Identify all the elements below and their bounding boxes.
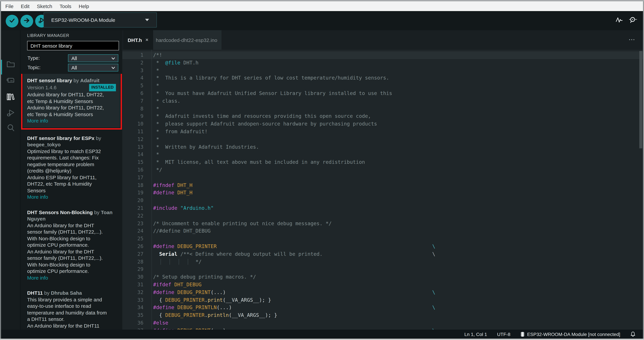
editor-region: hardcoded-dht22-esp32.inoDHT.h✕ ⋯ 1/*!2 …: [122, 30, 643, 329]
entry-name: DHT sensor library for ESPx: [27, 135, 94, 141]
panel-title: LIBRARY MANAGER: [27, 33, 69, 38]
code-line: 5 *: [122, 82, 643, 90]
sidebar-item-debug[interactable]: [6, 109, 16, 119]
library-entry[interactable]: DHT11 by Dhruba SahaThis library provide…: [23, 286, 120, 329]
menu-tools[interactable]: Tools: [56, 3, 75, 9]
entry-name: DHT sensor library: [27, 78, 72, 83]
more-info-link[interactable]: More info: [27, 194, 116, 200]
more-info-link[interactable]: More info: [27, 274, 116, 281]
board-selector[interactable]: ESP32-WROOM-DA Module: [44, 13, 157, 28]
code-line: 35 { DEBUG_PRINTER.println(__VA_ARGS__);…: [122, 311, 643, 319]
entry-name: DHT Sensors Non-Blocking: [27, 209, 93, 215]
line-content: * from Adafruit!: [152, 128, 643, 136]
entry-title: DHT sensor library for ESPx by beegee_to…: [27, 135, 116, 148]
close-icon[interactable]: ✕: [145, 38, 148, 42]
line-number: 23: [122, 220, 152, 227]
code-line: 8 *: [122, 105, 643, 113]
menu-file[interactable]: File: [2, 3, 17, 9]
editor-scrollbar[interactable]: [639, 51, 642, 148]
tab-DHT.h[interactable]: DHT.h✕: [123, 30, 153, 50]
serial-monitor-button[interactable]: [628, 16, 637, 26]
code-line: 33 { DEBUG_PRINTER.print(__VA_ARGS__); }: [122, 296, 643, 304]
line-number: 36: [122, 319, 152, 327]
line-content: */: [152, 166, 643, 174]
entry-author: beegee_tokyo: [27, 142, 61, 147]
entry-name: DHT11: [27, 290, 43, 296]
library-entry[interactable]: DHT Sensors Non-Blocking by Toan NguyenA…: [23, 206, 120, 284]
library-entry[interactable]: DHT sensor library for ESPx by beegee_to…: [23, 131, 120, 204]
code-line: 27 Serial /**< Define where debug output…: [122, 250, 643, 258]
code-line: 20: [122, 197, 643, 204]
line-content: /*!: [152, 51, 643, 59]
line-content: #define DHT_H: [152, 189, 643, 197]
entry-by: by: [94, 135, 101, 141]
sidebar-item-sketchbook[interactable]: [6, 60, 16, 70]
books-icon: [6, 92, 16, 103]
topic-select[interactable]: All: [68, 64, 118, 72]
line-number: 9: [122, 113, 152, 120]
arduino-ide-window: FileEditSketchToolsHelp ESP32-WROOM-DA M…: [0, 0, 644, 340]
board-icon: [6, 76, 16, 86]
line-content: [152, 197, 643, 204]
line-number: 34: [122, 304, 152, 312]
library-search-input[interactable]: [27, 41, 119, 50]
active-tab-indicator: [1, 60, 2, 75]
code-line: 1/*!: [122, 51, 643, 59]
verify-button[interactable]: [6, 15, 18, 28]
code-line: 14 *: [122, 151, 643, 158]
upload-button[interactable]: [20, 15, 33, 28]
cursor-position[interactable]: Ln 1, Col 1: [464, 331, 487, 337]
line-content: #define DEBUG_PRINTLN(...)\: [152, 304, 643, 312]
line-content: *: [152, 67, 643, 74]
entry-title: DHT Sensors Non-Blocking by Toan Nguyen: [27, 209, 116, 222]
magnifier-dots-icon: [628, 16, 637, 26]
line-content: * @file DHT.h: [152, 59, 643, 67]
code-line: 3 *: [122, 67, 643, 74]
window-border-bottom: [0, 339, 644, 340]
serial-plotter-button[interactable]: [614, 16, 624, 26]
line-number: 8: [122, 105, 152, 113]
code-line: 34#define DEBUG_PRINTLN(...)\: [122, 304, 643, 312]
type-select[interactable]: All: [68, 54, 118, 62]
line-number: 4: [122, 74, 152, 82]
encoding[interactable]: UTF-8: [497, 331, 510, 337]
line-number: 12: [122, 136, 152, 143]
line-number: 29: [122, 266, 152, 273]
line-content: //#define DHT_DEBUG: [152, 227, 643, 235]
line-content: * You must have Adafruit Unified Sensor …: [152, 90, 643, 97]
line-content: { DEBUG_PRINTER.print(__VA_ARGS__); }: [152, 296, 643, 304]
menu-help[interactable]: Help: [75, 3, 93, 9]
entry-by: by: [72, 78, 80, 83]
code-editor[interactable]: 1/*!2 * @file DHT.h3 *4 * This is a libr…: [122, 50, 643, 329]
line-content: /* Setup debug printing macros. */: [152, 273, 643, 281]
sidebar-item-library-manager[interactable]: [6, 92, 16, 102]
code-line: 36#else: [122, 319, 643, 327]
line-number: 22: [122, 212, 152, 220]
line-continuation-backslash: \: [432, 243, 435, 250]
more-info-link[interactable]: More info: [27, 117, 116, 124]
line-number: 21: [122, 204, 152, 212]
line-content: #define DEBUG_PRINTER\: [152, 243, 643, 250]
menu-sketch[interactable]: Sketch: [33, 3, 56, 9]
line-content: [152, 235, 643, 243]
library-list: DHT sensor library by AdafruitVersion 1.…: [20, 74, 122, 329]
tab-hardcoded-dht22-esp32.ino[interactable]: hardcoded-dht22-esp32.ino: [152, 30, 222, 50]
code-line: 26#define DEBUG_PRINTER\: [122, 243, 643, 250]
line-number: 11: [122, 128, 152, 136]
entry-by: by: [93, 209, 101, 215]
sidebar-item-boards-manager[interactable]: [6, 76, 16, 86]
line-number: 30: [122, 273, 152, 281]
notifications-bell-button[interactable]: [630, 331, 636, 337]
type-label: Type:: [28, 55, 40, 61]
line-content: * Written by Adafruit Industries.: [152, 143, 643, 151]
more-actions-button[interactable]: ⋯: [628, 36, 636, 43]
line-number: 7: [122, 97, 152, 105]
library-entry[interactable]: DHT sensor library by AdafruitVersion 1.…: [23, 74, 120, 127]
entry-description: An Arduino library for the DHT sensor fa…: [27, 222, 116, 274]
sidebar-item-search[interactable]: [6, 123, 16, 134]
line-number: 6: [122, 90, 152, 97]
menu-edit[interactable]: Edit: [17, 3, 33, 9]
board-status[interactable]: ESP32-WROOM-DA Module [not connected]: [520, 331, 620, 337]
line-number: 5: [122, 82, 152, 90]
line-number: 20: [122, 197, 152, 204]
